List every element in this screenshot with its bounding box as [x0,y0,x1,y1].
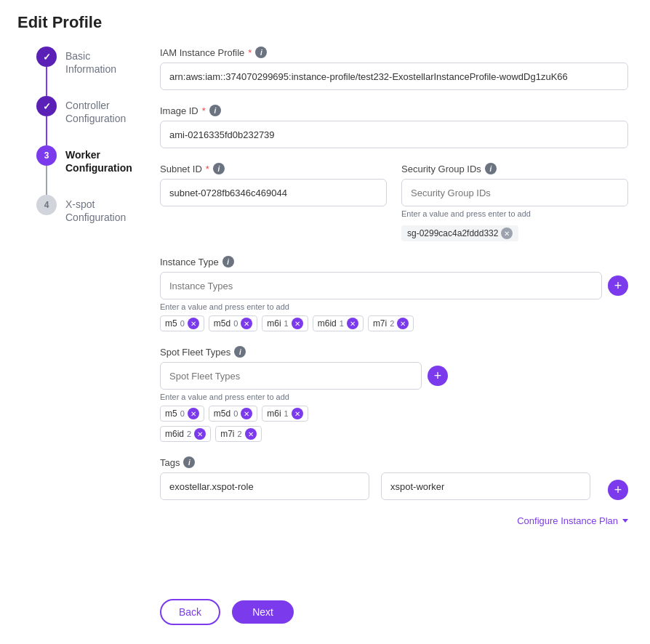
configure-link-text: Configure Instance Plan [517,515,618,526]
step-3-number: 3 [44,150,49,161]
instance-chip-m7i: m7i 2 ✕ [368,315,414,331]
step-1: ✓ BasicInformation [36,47,116,96]
spot-chip-m6id: m6id 2 ✕ [160,426,211,442]
instance-chip-m6i: m6i 1 ✕ [262,315,308,331]
spot-chip-m6id-value: 2 [187,430,191,438]
tags-add-btn[interactable]: + [608,480,628,500]
spot-chip-m5d-name: m5d [214,408,230,419]
security-tags: sg-0299cac4a2fddd332 ✕ [401,222,628,241]
sg-chip-1-text: sg-0299cac4a2fddd332 [407,228,498,238]
chip-m5-remove[interactable]: ✕ [188,318,199,329]
chip-m6i-value: 1 [284,319,289,328]
subnet-required: * [206,164,209,174]
stepper: ✓ BasicInformation ✓ ControllerConfig [0,47,145,224]
step-1-line: ✓ [36,47,57,96]
spot-chip-m7i: m7i 2 ✕ [215,426,261,442]
tags-info-icon[interactable]: i [183,456,195,468]
instance-type-info-icon[interactable]: i [222,256,234,267]
spot-fleet-add-btn[interactable]: + [428,366,448,386]
spot-fleet-group: Spot Fleet Types i + Enter a value and p… [160,346,628,442]
security-info-icon[interactable]: i [485,163,497,174]
spot-fleet-chips: m5 0 ✕ m5d 0 ✕ m6i 1 ✕ [160,406,628,422]
security-col: Security Group IDs i Enter a value and p… [401,163,628,241]
step-3-circle: 3 [36,145,57,166]
tag-key-col [160,472,369,500]
page-title: Edit Profile [17,13,102,31]
subnet-input[interactable] [160,179,387,206]
configure-instance-plan-link[interactable]: Configure Instance Plan [517,515,628,526]
step-4-number: 4 [44,200,49,210]
chip-m6i-name: m6i [267,318,281,329]
iam-label-text: IAM Instance Profile [160,47,244,58]
image-required: * [202,105,206,116]
spot-chip-m5-name: m5 [165,408,177,419]
page-header: Edit Profile [0,0,650,39]
spot-fleet-input[interactable] [160,362,422,390]
iam-info-icon[interactable]: i [255,47,267,58]
chip-m6id-remove[interactable]: ✕ [347,318,358,329]
step-3: 3 WorkerConfiguration [36,145,132,195]
spot-fleet-label: Spot Fleet Types i [160,346,628,358]
spot-chip-m5d: m5d 0 ✕ [209,406,257,422]
chip-m5d-remove[interactable]: ✕ [241,318,252,329]
spot-chip-m6id-remove[interactable]: ✕ [194,428,206,440]
spot-fleet-input-row: + [160,362,628,390]
chip-m7i-value: 2 [390,319,394,328]
subnet-info-icon[interactable]: i [213,163,225,174]
chip-m5d-value: 0 [233,319,238,328]
instance-type-input[interactable] [160,272,602,299]
image-info-icon[interactable]: i [209,105,221,116]
spot-chip-m6i-value: 1 [284,409,289,418]
footer-buttons: Back Next [0,584,650,640]
chip-m6id-value: 1 [340,319,344,328]
chip-m7i-remove[interactable]: ✕ [397,318,409,329]
instance-type-add-btn[interactable]: + [608,275,628,296]
chip-m6i-remove[interactable]: ✕ [292,318,303,329]
spot-chip-m7i-remove[interactable]: ✕ [245,428,257,440]
step-4-line: 4 [36,195,57,215]
check-icon-1: ✓ [43,52,51,63]
back-button[interactable]: Back [160,599,220,625]
chip-m6id-name: m6id [318,318,337,329]
iam-input[interactable] [160,63,628,90]
check-icon-2: ✓ [43,101,51,112]
instance-type-group: Instance Type i + Enter a value and pres… [160,256,628,331]
spot-chip-m5-value: 0 [180,409,185,418]
tag-val-col [381,472,590,500]
step-4-label: X-spotConfiguration [65,195,126,224]
spot-fleet-info-icon[interactable]: i [234,346,246,358]
image-input[interactable] [160,121,628,148]
subnet-security-row: Subnet ID * i Security Group IDs i Enter… [160,163,628,241]
spot-fleet-chips-row2: m6id 2 ✕ m7i 2 ✕ [160,426,628,442]
step-2: ✓ ControllerConfiguration [36,96,126,145]
security-hint: Enter a value and press enter to add [401,209,628,218]
next-button[interactable]: Next [232,600,294,624]
sg-chip-1: sg-0299cac4a2fddd332 ✕ [401,225,518,241]
image-label-text: Image ID [160,105,198,116]
step-1-connector [46,67,47,96]
security-input[interactable] [401,179,628,206]
spot-chip-m5: m5 0 ✕ [160,406,204,422]
spot-chip-m5d-remove[interactable]: ✕ [241,408,252,419]
tags-label-text: Tags [160,457,180,468]
step-4-circle: 4 [36,195,57,215]
spot-chip-m6i-remove[interactable]: ✕ [292,408,303,419]
step-2-circle: ✓ [36,96,57,116]
tag-key-input[interactable] [160,472,369,500]
main-content: IAM Instance Profile * i Image ID * i Su… [145,39,650,555]
sg-chip-1-remove[interactable]: ✕ [501,228,513,239]
spot-chip-m5-remove[interactable]: ✕ [188,408,199,419]
spot-chip-m6i-name: m6i [267,408,281,419]
subnet-label: Subnet ID * i [160,163,387,174]
step-3-line: 3 [36,145,57,195]
image-group: Image ID * i [160,105,628,148]
iam-required: * [248,47,252,58]
instance-type-chips: m5 0 ✕ m5d 0 ✕ m6i 1 ✕ m6id 1 ✕ [160,315,628,331]
security-label-text: Security Group IDs [401,164,481,174]
subnet-label-text: Subnet ID [160,164,202,174]
iam-group: IAM Instance Profile * i [160,47,628,90]
tags-inputs-row: + [160,472,628,500]
step-2-label: ControllerConfiguration [65,96,126,125]
tag-val-input[interactable] [381,472,590,500]
instance-chip-m5d: m5d 0 ✕ [209,315,257,331]
